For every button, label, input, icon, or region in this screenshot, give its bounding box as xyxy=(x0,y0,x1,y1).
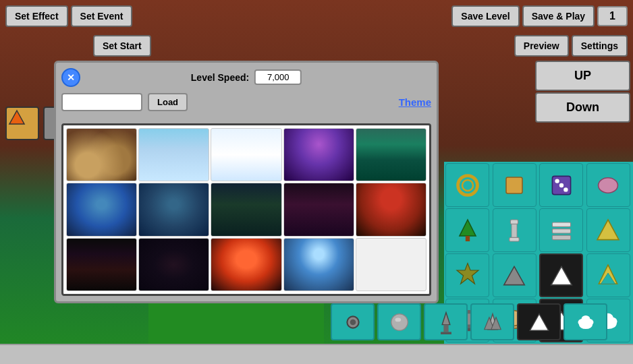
bg-thumb-13[interactable] xyxy=(211,238,281,291)
level-number: 1 xyxy=(597,6,628,26)
svg-rect-11 xyxy=(510,220,518,224)
svg-point-6 xyxy=(559,183,563,187)
bg-thumb-11[interactable] xyxy=(66,238,137,291)
bg-thumb-14[interactable] xyxy=(283,238,354,291)
level-speed-row: Level Speed: xyxy=(191,69,302,85)
svg-point-36 xyxy=(391,313,407,330)
bg-thumb-4[interactable] xyxy=(283,128,354,181)
bg-thumb-10[interactable] xyxy=(356,183,426,236)
svg-rect-40 xyxy=(441,332,451,334)
bottom-icon-antenna[interactable] xyxy=(424,303,468,340)
set-event-button[interactable]: Set Event xyxy=(71,5,133,27)
svg-marker-44 xyxy=(530,313,548,330)
bottom-icon-row xyxy=(331,303,607,340)
bg-thumb-1[interactable] xyxy=(66,128,137,181)
svg-rect-3 xyxy=(506,177,522,193)
bg-thumb-9[interactable] xyxy=(283,183,354,236)
svg-rect-16 xyxy=(552,235,570,239)
bg-thumb-12[interactable] xyxy=(138,238,209,291)
bg-thumb-5[interactable] xyxy=(356,128,426,181)
svg-rect-13 xyxy=(510,237,519,241)
down-button[interactable]: Down xyxy=(535,92,630,123)
bottom-icon-white-cloud[interactable] xyxy=(563,303,607,340)
save-level-button[interactable]: Save Level xyxy=(451,5,519,27)
set-effect-button[interactable]: Set Effect xyxy=(5,5,68,27)
svg-point-37 xyxy=(395,317,401,322)
svg-point-5 xyxy=(555,179,559,183)
save-play-button[interactable]: Save & Play xyxy=(522,5,595,27)
svg-marker-38 xyxy=(442,312,450,324)
svg-marker-0 xyxy=(9,111,24,124)
bg-thumb-8[interactable] xyxy=(211,183,281,236)
theme-button[interactable]: Theme xyxy=(399,96,431,108)
modal-close-button[interactable]: ✕ xyxy=(61,68,80,87)
triangle-icon xyxy=(7,108,27,128)
bg-thumb-2[interactable] xyxy=(138,128,209,181)
grid-cell-dice[interactable] xyxy=(539,163,583,207)
theme-modal: ✕ Level Speed: Load Theme xyxy=(54,61,439,303)
preview-button[interactable]: Preview xyxy=(514,35,569,57)
background-image-grid xyxy=(61,123,431,296)
modal-top-row: Load Theme xyxy=(61,93,431,111)
level-speed-label: Level Speed: xyxy=(191,72,249,83)
svg-point-35 xyxy=(350,319,356,325)
bg-thumb-15[interactable] xyxy=(356,238,426,291)
grid-cell-tower[interactable] xyxy=(445,253,489,297)
toolbar-row2: Set Start Preview Settings xyxy=(5,35,628,57)
grid-cell-layered[interactable] xyxy=(586,253,630,297)
svg-rect-14 xyxy=(552,222,570,226)
svg-marker-19 xyxy=(504,266,524,284)
svg-marker-18 xyxy=(457,263,478,283)
svg-point-1 xyxy=(458,175,477,195)
bottom-strip xyxy=(0,344,633,364)
bottom-icon-spike[interactable] xyxy=(470,303,514,340)
bottom-icon-gear[interactable] xyxy=(331,303,375,340)
svg-rect-12 xyxy=(512,224,517,237)
svg-rect-10 xyxy=(465,236,469,241)
bg-thumb-6[interactable] xyxy=(66,183,137,236)
svg-point-48 xyxy=(581,315,590,323)
grid-cell-tree[interactable] xyxy=(445,208,489,252)
right-nav-panel: UP Down xyxy=(535,61,633,123)
grid-cell-gray-pyramid[interactable] xyxy=(493,253,536,297)
svg-marker-20 xyxy=(551,266,571,284)
grid-cell-pink[interactable] xyxy=(586,163,630,207)
svg-marker-9 xyxy=(460,220,476,236)
set-start-button[interactable]: Set Start xyxy=(93,35,151,57)
bottom-icon-sphere[interactable] xyxy=(377,303,421,340)
bottom-icon-dark-tri[interactable] xyxy=(517,303,561,340)
bg-thumb-7[interactable] xyxy=(138,183,209,236)
svg-point-7 xyxy=(563,187,568,191)
toolbar-row1: Set Effect Set Event Save Level Save & P… xyxy=(5,5,628,27)
grid-cell-stack[interactable] xyxy=(539,208,583,252)
svg-rect-39 xyxy=(443,324,448,332)
bg-thumb-3[interactable] xyxy=(211,128,281,181)
level-speed-input[interactable] xyxy=(254,69,302,85)
load-button[interactable]: Load xyxy=(148,93,188,111)
svg-point-8 xyxy=(599,177,618,192)
svg-point-2 xyxy=(462,180,473,191)
grid-cell-block[interactable] xyxy=(493,163,536,207)
search-input[interactable] xyxy=(61,93,142,111)
grid-cell-yellow-pyramid[interactable] xyxy=(586,208,630,252)
svg-rect-15 xyxy=(552,229,570,233)
up-button[interactable]: UP xyxy=(535,61,630,91)
grid-cell-pillar[interactable] xyxy=(493,208,536,252)
settings-button[interactable]: Settings xyxy=(572,35,628,57)
grid-cell-ring[interactable] xyxy=(445,163,489,207)
deco-orange-tile xyxy=(5,107,39,140)
svg-marker-17 xyxy=(597,220,619,240)
grid-cell-dark-triangle[interactable] xyxy=(539,253,583,297)
